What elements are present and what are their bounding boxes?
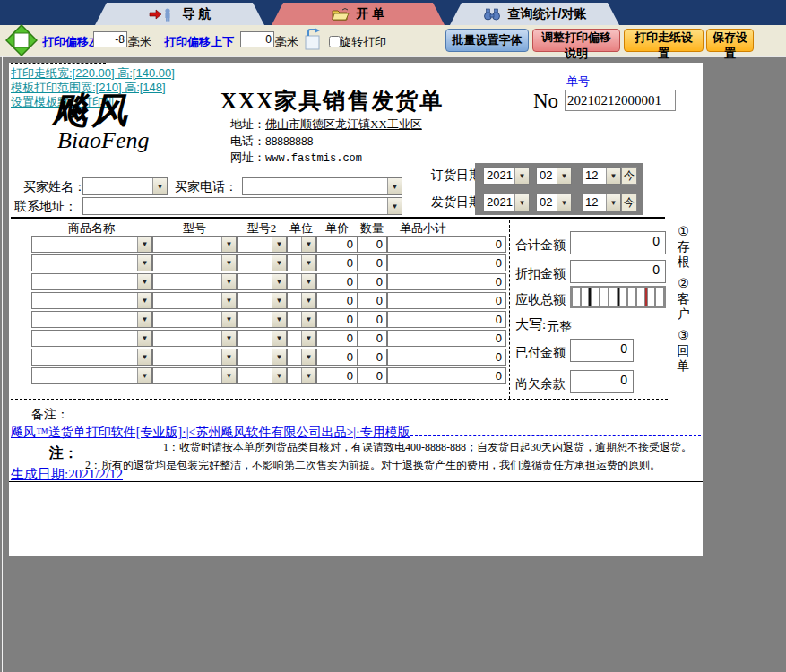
- balance-due-value[interactable]: 0: [570, 370, 634, 393]
- item-combo[interactable]: ▼: [152, 292, 237, 309]
- offset-lr-input[interactable]: [93, 31, 127, 47]
- chevron-down-icon: ▼: [301, 255, 315, 271]
- item-value[interactable]: 0: [358, 330, 387, 347]
- item-combo[interactable]: ▼: [237, 311, 287, 328]
- contact-address-select[interactable]: ▼: [82, 197, 402, 215]
- item-combo[interactable]: ▼: [152, 254, 237, 271]
- item-combo[interactable]: ▼: [31, 273, 152, 290]
- chevron-down-icon: ▼: [137, 255, 151, 271]
- chevron-down-icon: ▼: [557, 194, 571, 211]
- item-value[interactable]: 0: [358, 349, 387, 366]
- item-value[interactable]: 0: [358, 311, 387, 328]
- item-combo[interactable]: ▼: [287, 311, 316, 328]
- chevron-down-icon: ▼: [272, 368, 286, 383]
- copy-strip-glyph: 客: [678, 291, 690, 306]
- item-value[interactable]: 0: [316, 254, 358, 271]
- paper-setup-button[interactable]: 打印走纸设置: [624, 29, 704, 52]
- order-month-select[interactable]: 02▼: [536, 167, 572, 185]
- thousands-divider: [618, 288, 619, 306]
- amount-digit-cell: [600, 288, 608, 306]
- item-combo[interactable]: ▼: [31, 254, 152, 271]
- buyer-phone-select[interactable]: ▼: [242, 177, 402, 195]
- item-value[interactable]: 0: [316, 311, 358, 328]
- item-value[interactable]: 0: [387, 330, 506, 347]
- item-combo[interactable]: ▼: [31, 236, 152, 253]
- item-value[interactable]: 0: [387, 236, 506, 253]
- item-combo[interactable]: ▼: [31, 292, 152, 309]
- delivery-note-sheet: 打印走纸宽:[220.00] 高:[140.00] 模板打印范围宽:[210] …: [9, 63, 703, 556]
- item-value[interactable]: 0: [387, 311, 506, 328]
- item-value[interactable]: 0: [316, 236, 358, 253]
- item-combo[interactable]: ▼: [31, 367, 152, 384]
- item-value[interactable]: 0: [387, 292, 506, 309]
- item-combo[interactable]: ▼: [237, 273, 287, 290]
- item-combo[interactable]: ▼: [237, 292, 287, 309]
- tab-query-statistics[interactable]: 查询统计/对账: [450, 3, 619, 25]
- batch-font-button[interactable]: 批量设置字体: [445, 29, 529, 52]
- order-no-tag: 单号: [566, 73, 590, 90]
- save-settings-button[interactable]: 保存设置: [706, 29, 754, 52]
- item-combo[interactable]: ▼: [152, 236, 237, 253]
- item-combo[interactable]: ▼: [287, 367, 316, 384]
- paid-amount-label: 已付金额：: [515, 345, 578, 361]
- item-combo[interactable]: ▼: [237, 349, 287, 366]
- open-folder-icon: [332, 7, 350, 22]
- offset-tb-input[interactable]: [240, 31, 274, 47]
- item-combo[interactable]: ▼: [237, 236, 287, 253]
- item-combo[interactable]: ▼: [237, 367, 287, 384]
- order-no-input[interactable]: [565, 90, 676, 111]
- ship-today-button[interactable]: 今: [621, 194, 637, 211]
- buyer-name-select[interactable]: ▼: [82, 177, 168, 195]
- discount-amount-value[interactable]: 0: [570, 260, 666, 283]
- offset-lr-unit: 毫米: [128, 34, 151, 50]
- item-combo[interactable]: ▼: [287, 330, 316, 347]
- order-date-label: 订货日期: [431, 168, 481, 184]
- binoculars-icon: [483, 7, 501, 22]
- total-amount-value[interactable]: 0: [570, 231, 666, 254]
- item-value[interactable]: 0: [316, 330, 358, 347]
- amount-digit-cell: [573, 288, 580, 306]
- item-value[interactable]: 0: [358, 254, 387, 271]
- chevron-down-icon: ▼: [301, 368, 315, 383]
- item-value[interactable]: 0: [358, 367, 387, 384]
- item-combo[interactable]: ▼: [287, 292, 316, 309]
- item-value[interactable]: 0: [387, 273, 506, 290]
- item-combo[interactable]: ▼: [31, 330, 152, 347]
- chevron-down-icon: ▼: [301, 349, 315, 365]
- tab-navigation[interactable]: 导 航: [95, 3, 264, 25]
- order-year-select[interactable]: 2021▼: [483, 167, 530, 185]
- ship-month-select[interactable]: 02▼: [536, 194, 572, 211]
- item-combo[interactable]: ▼: [152, 330, 237, 347]
- item-value[interactable]: 0: [316, 273, 358, 290]
- item-value[interactable]: 0: [358, 273, 387, 290]
- item-value[interactable]: 0: [358, 292, 387, 309]
- item-combo[interactable]: ▼: [152, 349, 237, 366]
- item-value[interactable]: 0: [316, 292, 358, 309]
- item-combo[interactable]: ▼: [31, 311, 152, 328]
- tab-create-order[interactable]: 开 单: [272, 3, 445, 25]
- item-combo[interactable]: ▼: [152, 273, 237, 290]
- order-day-select[interactable]: 12▼: [582, 167, 621, 185]
- item-combo[interactable]: ▼: [152, 311, 237, 328]
- item-value[interactable]: 0: [387, 367, 506, 384]
- item-combo[interactable]: ▼: [287, 273, 316, 290]
- item-combo[interactable]: ▼: [152, 367, 237, 384]
- item-value[interactable]: 0: [387, 254, 506, 271]
- paid-amount-value[interactable]: 0: [570, 339, 634, 362]
- item-value[interactable]: 0: [358, 236, 387, 253]
- item-value[interactable]: 0: [387, 349, 506, 366]
- footer-divider-dashed: [11, 399, 668, 400]
- item-combo[interactable]: ▼: [237, 330, 287, 347]
- ship-day-select[interactable]: 12▼: [582, 194, 621, 211]
- item-combo[interactable]: ▼: [287, 236, 316, 253]
- item-combo[interactable]: ▼: [287, 254, 316, 271]
- item-value[interactable]: 0: [316, 367, 358, 384]
- order-today-button[interactable]: 今: [621, 167, 637, 185]
- item-combo[interactable]: ▼: [237, 254, 287, 271]
- item-combo[interactable]: ▼: [31, 349, 152, 366]
- item-combo[interactable]: ▼: [287, 349, 316, 366]
- item-value[interactable]: 0: [316, 349, 358, 366]
- ship-year-select[interactable]: 2021▼: [483, 194, 530, 211]
- offset-help-button[interactable]: 调整打印偏移说明: [532, 29, 620, 52]
- copy-strip-glyph: ①: [678, 224, 689, 239]
